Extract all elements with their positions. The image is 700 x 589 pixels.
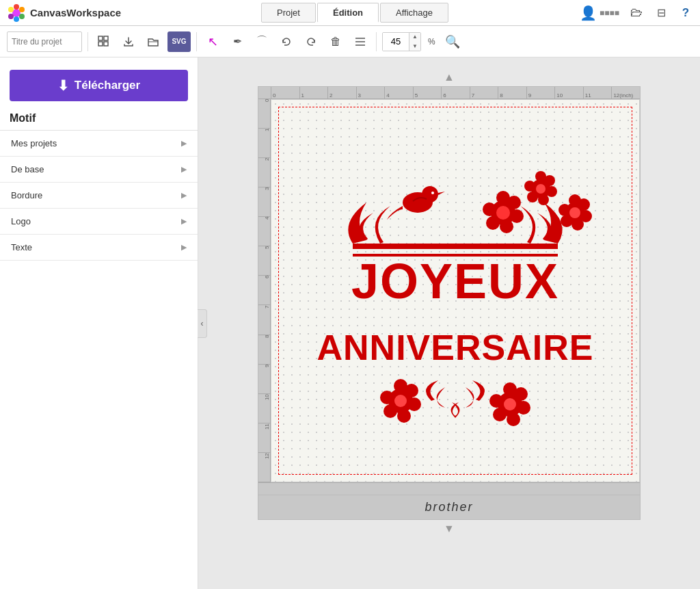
separator-1 <box>88 32 88 51</box>
svg-point-26 <box>483 202 496 216</box>
download-icon: ⬇ <box>57 77 69 94</box>
svg-rect-10 <box>104 42 108 46</box>
top-right-icons: 👤 ■■■■ 🗁 ⊟ ? <box>580 5 693 21</box>
svg-text:JOYEUX: JOYEUX <box>351 254 559 309</box>
motif-item-label: Texte <box>11 242 32 252</box>
svg-point-43 <box>569 207 580 218</box>
svg-point-35 <box>536 184 546 194</box>
project-title-input[interactable] <box>7 31 82 52</box>
svg-point-5 <box>8 14 14 19</box>
align-btn[interactable] <box>350 31 371 52</box>
svg-rect-8 <box>104 36 108 40</box>
motif-item-de-base[interactable]: De base ▶ <box>0 157 198 183</box>
motif-section-label: Motif <box>10 112 188 125</box>
tab-projet[interactable]: Projet <box>261 3 316 23</box>
scroll-up-arrow[interactable]: ▲ <box>444 71 455 83</box>
nav-tabs: Projet Édition Affichage <box>135 3 574 23</box>
topbar: CanvasWorkspace Projet Édition Affichage… <box>0 0 700 26</box>
zoom-up-btn[interactable]: ▲ <box>409 32 420 42</box>
panel-toggle[interactable]: ‹ <box>198 309 207 338</box>
motif-arrow-icon: ▶ <box>181 243 187 252</box>
user-area[interactable]: 👤 ■■■■ <box>580 5 619 21</box>
pen-btn[interactable]: ✒ <box>227 31 247 52</box>
motif-item-logo[interactable]: Logo ▶ <box>0 209 198 235</box>
undo-btn[interactable] <box>276 31 297 52</box>
download-label: Télécharger <box>75 79 140 92</box>
zoom-spinners: ▲ ▼ <box>409 32 420 51</box>
svg-point-31 <box>546 186 557 197</box>
ruler-bottom <box>258 482 640 495</box>
svg-point-6 <box>8 7 14 12</box>
search-btn[interactable]: 🔍 <box>442 31 463 52</box>
motif-item-bordure[interactable]: Bordure ▶ <box>0 183 198 209</box>
zoom-percent: % <box>425 37 438 47</box>
download-file-btn[interactable] <box>118 31 139 52</box>
open-btn[interactable] <box>143 31 163 52</box>
separator-2 <box>196 32 197 51</box>
ruler-left: 0 1 2 3 4 5 6 7 8 9 10 11 12 <box>258 99 271 482</box>
zoom-down-btn[interactable]: ▼ <box>409 42 420 51</box>
canvas-inner-wrap: 0 1 2 3 4 5 6 7 8 9 10 11 12 <box>258 99 640 482</box>
svg-point-4 <box>14 16 19 22</box>
motif-item-mes-projets[interactable]: Mes projets ▶ <box>0 131 198 157</box>
tab-edition[interactable]: Édition <box>317 3 379 23</box>
motif-arrow-icon: ▶ <box>181 191 187 200</box>
motif-item-label: Bordure <box>11 190 42 200</box>
svg-point-40 <box>571 218 584 231</box>
logo-icon <box>7 3 26 23</box>
canvas-paper[interactable]: JOYEUX ANNIVERSAIRE <box>271 99 640 482</box>
svg-point-50 <box>397 409 411 423</box>
grid-btn[interactable] <box>94 31 114 52</box>
svg-text:ANNIVERSAIRE: ANNIVERSAIRE <box>317 328 594 367</box>
svg-point-49 <box>407 397 421 411</box>
svg-point-24 <box>500 220 513 233</box>
motif-list: Mes projets ▶ De base ▶ Bordure ▶ Logo ▶… <box>0 130 198 589</box>
ruler-9: 9 <box>526 87 555 99</box>
ruler-11: 11 <box>583 87 612 99</box>
svg-point-1 <box>14 4 19 10</box>
svg-point-48 <box>405 384 418 397</box>
delete-btn[interactable]: 🗑 <box>325 31 346 52</box>
svg-point-3 <box>19 14 25 19</box>
canvas-artwork: JOYEUX ANNIVERSAIRE <box>271 100 639 469</box>
tab-affichage[interactable]: Affichage <box>380 3 448 23</box>
ruler-10: 10 <box>554 87 583 99</box>
zoom-input[interactable]: 45 <box>383 32 409 51</box>
ruler-8: 8 <box>498 87 526 99</box>
motif-arrow-icon: ▶ <box>181 217 187 226</box>
toolbar: SVG ↖ ✒ ⌒ 🗑 45 ▲ ▼ % 🔍 <box>0 26 700 57</box>
svg-btn[interactable]: SVG <box>167 31 191 52</box>
svg-point-42 <box>558 204 571 216</box>
svg-point-61 <box>504 398 516 410</box>
ruler-marks-h: 0 1 2 3 4 5 6 7 8 9 10 11 12(inch) <box>271 87 640 99</box>
brother-logo: brother <box>425 500 473 514</box>
export-icon[interactable]: ⊟ <box>654 5 669 21</box>
user-icon: 👤 <box>580 5 597 21</box>
svg-point-22 <box>507 196 521 209</box>
svg-point-60 <box>489 394 503 408</box>
logo-area: CanvasWorkspace <box>7 3 130 23</box>
scroll-down-arrow[interactable]: ▼ <box>444 523 455 535</box>
motif-arrow-icon: ▶ <box>181 165 187 174</box>
download-button[interactable]: ⬇ Télécharger <box>10 70 188 101</box>
svg-point-59 <box>493 408 507 421</box>
svg-rect-7 <box>98 36 103 40</box>
curve-btn[interactable]: ⌒ <box>252 31 272 52</box>
separator-3 <box>376 32 377 51</box>
svg-point-27 <box>496 206 510 220</box>
svg-point-2 <box>19 7 25 12</box>
canvas-bottom: brother <box>258 482 640 519</box>
motif-item-texte[interactable]: Texte ▶ <box>0 235 198 261</box>
svg-point-19 <box>431 192 434 194</box>
select-btn[interactable]: ↖ <box>202 31 223 52</box>
motif-item-label: Logo <box>11 216 31 226</box>
svg-point-51 <box>383 404 397 418</box>
svg-point-30 <box>544 175 555 186</box>
redo-btn[interactable] <box>301 31 321 52</box>
help-icon[interactable]: ? <box>678 5 693 21</box>
main-layout: ⬇ Télécharger Motif Mes projets ▶ De bas… <box>0 57 700 589</box>
folder-icon[interactable]: 🗁 <box>629 5 644 21</box>
ruler-top: 0 1 2 3 4 5 6 7 8 9 10 11 12(inch) <box>258 87 640 99</box>
canvas-area: ▲ 0 1 2 3 4 5 6 7 8 9 10 11 12(inch) <box>198 57 700 589</box>
motif-item-label: Mes projets <box>11 138 57 148</box>
